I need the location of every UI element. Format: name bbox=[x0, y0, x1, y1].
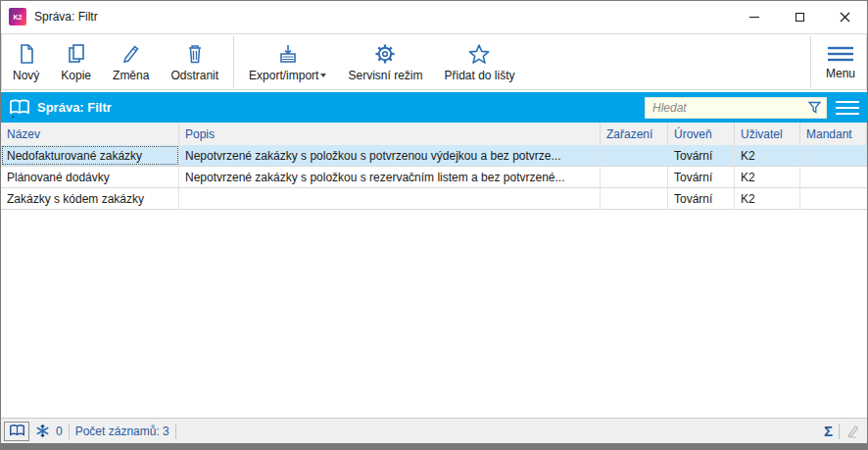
cell-zarazeni[interactable] bbox=[601, 167, 668, 187]
delete-button-label: Odstranit bbox=[170, 69, 218, 82]
export-import-button[interactable]: Export/import bbox=[238, 34, 337, 89]
add-to-bar-button-label: Přidat do lišty bbox=[444, 69, 514, 82]
close-button[interactable] bbox=[822, 1, 867, 32]
close-icon bbox=[840, 12, 850, 23]
statusbar-separator bbox=[69, 424, 70, 439]
toolbar: Nový Kopie Změna Odstranit bbox=[1, 33, 867, 90]
title-bar: K2 Správa: Filtr bbox=[1, 1, 867, 32]
cell-uroven[interactable]: Tovární bbox=[668, 167, 735, 187]
table-row[interactable]: Nedofakturované zakázky Nepotvrzené zaká… bbox=[1, 145, 867, 167]
dropdown-arrow-icon bbox=[320, 74, 326, 77]
cell-uroven[interactable]: Tovární bbox=[668, 188, 735, 209]
frozen-count: 0 bbox=[56, 425, 63, 438]
cell-uzivatel[interactable]: K2 bbox=[735, 188, 800, 209]
copy-button-label: Kopie bbox=[61, 69, 91, 82]
edit-button-label: Změna bbox=[113, 69, 149, 82]
app-window: K2 Správa: Filtr Nový Kopie bbox=[0, 0, 868, 450]
new-button[interactable]: Nový bbox=[2, 34, 50, 89]
copy-icon bbox=[65, 42, 88, 66]
cell-nazev[interactable]: Zakázky s kódem zakázky bbox=[1, 188, 179, 209]
cell-popis[interactable]: Nepotvrzené zakázky s položkou s rezerva… bbox=[179, 167, 601, 187]
book-view-button[interactable] bbox=[4, 422, 29, 441]
open-book-icon bbox=[9, 98, 30, 118]
minimize-icon bbox=[749, 17, 759, 18]
minimize-button[interactable] bbox=[732, 1, 777, 32]
cell-mandant[interactable] bbox=[800, 188, 867, 209]
cell-nazev[interactable]: Plánované dodávky bbox=[1, 167, 179, 187]
new-document-icon bbox=[16, 42, 37, 66]
cell-uroven[interactable]: Tovární bbox=[668, 145, 735, 166]
toolbar-separator bbox=[810, 36, 811, 87]
cell-zarazeni[interactable] bbox=[601, 145, 668, 166]
panel-menu-icon[interactable] bbox=[836, 101, 859, 115]
table-row[interactable]: Zakázky s kódem zakázky Tovární K2 bbox=[1, 188, 867, 210]
gear-icon bbox=[373, 42, 397, 66]
maximize-icon bbox=[796, 13, 804, 22]
export-import-icon bbox=[276, 42, 300, 66]
cell-zarazeni[interactable] bbox=[601, 188, 668, 209]
record-count: Počet záznamů: 3 bbox=[75, 425, 169, 438]
cell-popis[interactable]: Nepotvrzené zakázky s položkou s potvrze… bbox=[179, 145, 601, 166]
search-input[interactable] bbox=[652, 101, 807, 115]
star-icon bbox=[466, 42, 492, 66]
book-icon bbox=[9, 424, 25, 438]
menu-button[interactable]: Menu bbox=[815, 34, 866, 89]
trash-icon bbox=[184, 42, 206, 66]
cell-mandant[interactable] bbox=[800, 145, 867, 166]
column-header-uzivatel[interactable]: Uživatel bbox=[735, 123, 800, 145]
service-mode-button-label: Servisní režim bbox=[348, 69, 422, 82]
panel-title: Správa: Filtr bbox=[37, 100, 112, 115]
column-header-uroven[interactable]: Úroveň bbox=[668, 123, 735, 145]
search-box bbox=[645, 97, 827, 119]
column-header-nazev[interactable]: Název bbox=[1, 123, 179, 145]
edit-pencil-icon bbox=[120, 42, 143, 66]
add-to-bar-button[interactable]: Přidat do lišty bbox=[433, 34, 525, 89]
service-mode-button[interactable]: Servisní režim bbox=[337, 34, 433, 89]
table-header: Název Popis Zařazení Úroveň Uživatel Man… bbox=[1, 123, 867, 145]
cell-uzivatel[interactable]: K2 bbox=[735, 167, 800, 187]
cell-popis[interactable] bbox=[179, 188, 601, 209]
toolbar-separator bbox=[233, 36, 234, 87]
edit-button[interactable]: Změna bbox=[102, 34, 160, 89]
export-import-button-label: Export/import bbox=[249, 69, 326, 82]
table-row[interactable]: Plánované dodávky Nepotvrzené zakázky s … bbox=[1, 167, 867, 188]
cell-nazev[interactable]: Nedofakturované zakázky bbox=[1, 145, 179, 166]
menu-button-label: Menu bbox=[826, 67, 855, 80]
new-button-label: Nový bbox=[13, 69, 39, 82]
table-empty-area bbox=[1, 210, 867, 418]
window-controls bbox=[732, 1, 867, 32]
column-header-popis[interactable]: Popis bbox=[179, 123, 601, 145]
hamburger-icon bbox=[826, 44, 855, 64]
filter-funnel-icon[interactable] bbox=[807, 100, 822, 115]
table-body: Nedofakturované zakázky Nepotvrzené zaká… bbox=[1, 145, 867, 210]
k2-app-icon: K2 bbox=[9, 8, 26, 25]
copy-button[interactable]: Kopie bbox=[50, 34, 102, 89]
statusbar-separator bbox=[839, 424, 840, 439]
panel-header: Správa: Filtr bbox=[1, 92, 867, 123]
maximize-button[interactable] bbox=[777, 1, 822, 32]
toolbar-spacer bbox=[526, 34, 806, 89]
column-header-mandant[interactable]: Mandant bbox=[800, 123, 867, 145]
statusbar-separator bbox=[175, 424, 176, 439]
column-header-zarazeni[interactable]: Zařazení bbox=[601, 123, 668, 145]
window-title: Správa: Filtr bbox=[34, 10, 98, 24]
cell-mandant[interactable] bbox=[800, 167, 867, 187]
sum-button[interactable]: Σ bbox=[824, 424, 833, 438]
delete-button[interactable]: Odstranit bbox=[160, 34, 229, 89]
cell-uzivatel[interactable]: K2 bbox=[735, 145, 800, 166]
status-bar: 0 Počet záznamů: 3 Σ bbox=[1, 418, 867, 443]
edit-disabled-icon bbox=[845, 424, 861, 439]
snowflake-icon bbox=[35, 424, 50, 438]
taskbar-strip bbox=[1, 443, 867, 450]
